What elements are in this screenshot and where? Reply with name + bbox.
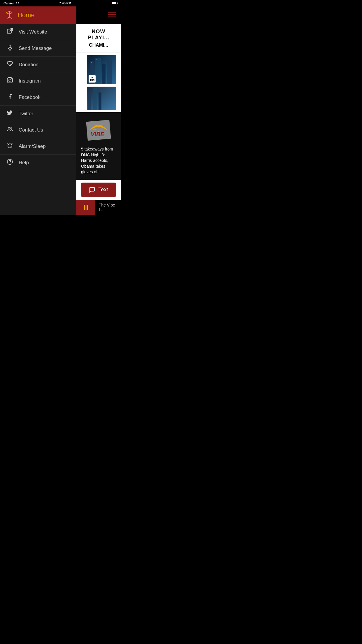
svg-rect-33 — [96, 60, 97, 60]
battery-icon — [111, 2, 117, 5]
svg-rect-31 — [107, 60, 112, 84]
sidebar-item-send-message[interactable]: Send Message — [0, 40, 76, 57]
svg-text:THE: THE — [91, 128, 96, 131]
visit-website-label: Visit Website — [19, 29, 47, 35]
external-link-icon — [6, 28, 14, 36]
pause-button[interactable] — [76, 200, 95, 215]
status-time: 7:45 PM — [59, 1, 71, 5]
sidebar-item-facebook[interactable]: Facebook — [0, 89, 76, 106]
microphone-icon — [6, 44, 14, 52]
svg-point-14 — [8, 127, 10, 129]
alarm-icon — [6, 142, 14, 150]
pause-icon — [84, 205, 88, 210]
facebook-icon — [6, 93, 14, 101]
svg-rect-36 — [93, 88, 97, 110]
heart-plus-icon — [6, 61, 14, 69]
now-playing-bar-label: The Vibe L... — [95, 203, 121, 212]
facebook-label: Facebook — [19, 94, 41, 100]
svg-line-20 — [12, 143, 13, 144]
svg-rect-32 — [91, 62, 92, 63]
twitter-label: Twitter — [19, 111, 33, 117]
now-playing-section: NOW PLAYI... CHAMI... — [76, 24, 121, 53]
sidebar-item-twitter[interactable]: Twitter — [0, 106, 76, 122]
home-label: Home — [17, 11, 35, 19]
instagram-label: Instagram — [19, 78, 41, 84]
svg-rect-38 — [86, 120, 111, 141]
bottom-player-bar: The Vibe L... — [76, 200, 121, 215]
carrier-label: Carrier — [3, 1, 14, 5]
svg-rect-6 — [9, 45, 11, 48]
content-header — [76, 6, 121, 24]
sidebar-item-alarm-sleep[interactable]: Alarm/Sleep — [0, 138, 76, 155]
app-container: Home Visit Website — [0, 6, 121, 215]
menu-items: Visit Website Send Message — [0, 24, 76, 215]
donation-label: Donation — [19, 62, 38, 68]
send-message-label: Send Message — [19, 46, 52, 51]
svg-point-3 — [9, 11, 10, 12]
help-icon — [6, 159, 14, 167]
svg-line-2 — [9, 17, 12, 18]
status-bar: Carrier 7:45 PM — [0, 0, 121, 6]
instagram-icon — [6, 77, 14, 85]
group-icon — [6, 126, 14, 134]
help-label: Help — [19, 160, 29, 166]
svg-rect-35 — [88, 91, 91, 110]
svg-point-12 — [9, 79, 11, 81]
svg-point-15 — [10, 128, 12, 129]
svg-line-1 — [7, 17, 9, 18]
svg-point-13 — [11, 78, 12, 79]
now-playing-subtitle: CHAMI... — [81, 43, 116, 48]
news-card[interactable]: THE VIBE 5 takeaways from DNC Night 3: H… — [76, 112, 121, 180]
sidebar: Home Visit Website — [0, 6, 76, 215]
album-badge: CHTUR — [89, 75, 96, 83]
svg-line-19 — [7, 143, 8, 144]
vibe-logo-area: THE VIBE — [81, 117, 116, 144]
svg-rect-30 — [102, 64, 106, 84]
news-headline: 5 takeaways from DNC Night 3: Harris acc… — [81, 146, 116, 175]
content-area: NOW PLAYI... CHAMI... — [76, 6, 121, 215]
svg-point-23 — [10, 163, 10, 164]
svg-rect-4 — [7, 29, 11, 33]
twitter-icon — [6, 110, 14, 118]
hamburger-menu-button[interactable] — [108, 11, 116, 19]
sidebar-header[interactable]: Home — [0, 6, 76, 24]
sidebar-item-instagram[interactable]: Instagram — [0, 73, 76, 89]
sidebar-item-contact-us[interactable]: Contact Us — [0, 122, 76, 138]
now-playing-title: NOW PLAYI... — [81, 29, 116, 41]
album-art-2 — [87, 87, 116, 110]
wifi-icon — [15, 1, 20, 5]
status-right — [111, 2, 117, 5]
sidebar-item-donation[interactable]: Donation — [0, 57, 76, 73]
chat-bubble-icon — [89, 187, 95, 193]
svg-text:VIBE: VIBE — [91, 131, 104, 137]
sidebar-item-help[interactable]: Help — [0, 155, 76, 171]
svg-rect-37 — [99, 92, 101, 110]
vibe-logo: THE VIBE — [82, 119, 115, 141]
contact-us-label: Contact Us — [19, 127, 43, 133]
text-button-area: Text — [76, 180, 121, 200]
alarm-sleep-label: Alarm/Sleep — [19, 144, 46, 149]
album-art-area: CHTUR — [76, 53, 121, 112]
text-button-label: Text — [98, 187, 108, 193]
svg-rect-29 — [95, 58, 101, 84]
text-button[interactable]: Text — [81, 183, 116, 197]
radio-tower-icon — [5, 10, 14, 21]
sidebar-item-visit-website[interactable]: Visit Website — [0, 24, 76, 40]
status-left: Carrier — [3, 1, 20, 5]
svg-rect-11 — [7, 78, 13, 83]
album-art-1: CHTUR — [87, 55, 116, 84]
